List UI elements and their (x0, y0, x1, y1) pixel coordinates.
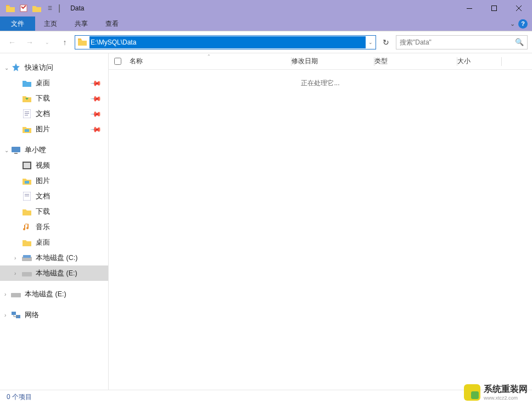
svg-rect-11 (24, 163, 30, 168)
video-icon (22, 161, 32, 170)
ribbon-collapse-icon[interactable]: ⌄ (510, 20, 515, 27)
chevron-right-icon[interactable]: › (14, 255, 20, 261)
svg-rect-15 (25, 196, 29, 196)
column-type[interactable]: 类型 (374, 57, 457, 66)
sidebar-item-label: 文档 (36, 192, 50, 201)
recent-dropdown-icon[interactable]: ⌄ (40, 35, 55, 50)
search-input[interactable] (400, 38, 515, 46)
folder-icon (22, 237, 32, 247)
forward-button[interactable]: → (22, 35, 37, 50)
svg-rect-1 (467, 8, 472, 9)
pin-icon: 📌 (90, 77, 102, 89)
star-icon (11, 63, 21, 73)
search-box[interactable]: 🔍 (396, 35, 528, 49)
folder-icon (22, 93, 32, 103)
refresh-button[interactable]: ↻ (378, 35, 394, 49)
sidebar-pictures[interactable]: 图片 📌 (0, 121, 108, 137)
status-item-count: 0 个项目 (7, 392, 32, 402)
column-size[interactable]: 大小 (457, 57, 501, 66)
watermark-title: 系统重装网 (484, 384, 528, 395)
music-icon (22, 222, 32, 232)
sidebar-item-label: 本地磁盘 (E:) (25, 290, 66, 299)
sidebar-item-label: 本地磁盘 (C:) (36, 253, 77, 263)
column-headers: ⌃ 名称 修改日期 类型 大小 (109, 53, 532, 70)
document-icon (22, 109, 32, 119)
chevron-right-icon[interactable]: › (4, 312, 10, 318)
sidebar-music[interactable]: 音乐 (0, 219, 108, 235)
computer-icon (11, 145, 21, 155)
tab-view[interactable]: 查看 (97, 16, 127, 31)
back-button[interactable]: ← (4, 35, 20, 50)
sidebar-disk-e-root[interactable]: › 本地磁盘 (E:) (0, 286, 108, 302)
svg-rect-18 (22, 272, 32, 276)
sidebar-videos[interactable]: 视频 (0, 158, 108, 173)
sidebar-user[interactable]: ⌄ 单小嘡 (0, 142, 108, 158)
svg-rect-4 (25, 112, 29, 112)
sidebar-item-label: 桌面 (36, 79, 50, 88)
properties-icon[interactable] (18, 2, 30, 14)
tab-share[interactable]: 共享 (66, 16, 97, 31)
titlebar: ☰ | Data (0, 0, 532, 16)
sidebar-item-label: 本地磁盘 (E:) (36, 269, 77, 278)
address-dropdown-icon[interactable]: ⌄ (366, 40, 376, 45)
sidebar-item-label: 文档 (36, 109, 50, 119)
new-folder-icon[interactable] (31, 2, 43, 14)
folder-icon (22, 207, 32, 217)
sidebar-documents-2[interactable]: 文档 (0, 189, 108, 204)
qat-dropdown-icon[interactable]: ☰ (44, 2, 56, 14)
sidebar-item-label: 视频 (36, 161, 50, 170)
folder-icon (22, 78, 32, 88)
sidebar-downloads[interactable]: 下载 📌 (0, 91, 108, 106)
processing-label: 正在处理它... (301, 79, 339, 87)
watermark-url: www.xtcz2.com (484, 395, 528, 401)
svg-rect-7 (25, 129, 29, 132)
address-folder-icon (77, 37, 88, 48)
status-bar: 0 个项目 (0, 390, 532, 404)
help-icon[interactable]: ? (518, 19, 528, 29)
sidebar-network[interactable]: › 网络 (0, 307, 108, 323)
folder-icon (22, 124, 32, 134)
address-bar[interactable]: ⌄ (75, 35, 376, 49)
svg-rect-19 (11, 293, 21, 297)
sidebar-item-label: 图片 (36, 176, 50, 186)
svg-rect-5 (25, 113, 29, 114)
sidebar-downloads-2[interactable]: 下载 (0, 204, 108, 219)
column-name[interactable]: ⌃ 名称 (126, 57, 291, 66)
chevron-down-icon[interactable]: ⌄ (4, 65, 10, 71)
svg-rect-17 (23, 255, 31, 258)
sidebar-item-label: 图片 (36, 125, 50, 134)
search-icon[interactable]: 🔍 (515, 38, 524, 46)
tab-home[interactable]: 主页 (35, 16, 66, 31)
sidebar-item-label: 单小嘡 (25, 146, 46, 155)
minimize-button[interactable] (457, 0, 481, 16)
column-date[interactable]: 修改日期 (292, 57, 374, 66)
svg-rect-12 (25, 181, 29, 184)
sidebar-quick-access[interactable]: ⌄ 快速访问 (0, 60, 108, 75)
maximize-button[interactable] (481, 0, 506, 16)
sidebar-desktop-2[interactable]: 桌面 (0, 235, 108, 250)
sidebar-desktop[interactable]: 桌面 📌 (0, 75, 108, 91)
tab-file[interactable]: 文件 (0, 16, 35, 31)
network-icon (11, 310, 21, 320)
document-icon (22, 191, 32, 201)
pin-icon: 📌 (90, 92, 102, 104)
chevron-right-icon[interactable]: › (14, 270, 20, 276)
content-area: ⌃ 名称 修改日期 类型 大小 正在处理它... (109, 53, 532, 390)
sidebar-disk-e[interactable]: › 本地磁盘 (E:) (0, 265, 108, 281)
up-button[interactable]: ↑ (57, 35, 72, 50)
select-all-checkbox[interactable] (109, 58, 126, 65)
sidebar-item-label: 网络 (25, 311, 39, 320)
svg-rect-2 (491, 6, 496, 11)
address-input[interactable] (89, 36, 366, 48)
sidebar-documents[interactable]: 文档 📌 (0, 106, 108, 121)
chevron-right-icon[interactable]: › (4, 291, 10, 297)
sidebar-pictures-2[interactable]: 图片 (0, 173, 108, 189)
watermark-logo-icon (464, 384, 480, 401)
sidebar-item-label: 快速访问 (25, 63, 53, 73)
chevron-down-icon[interactable]: ⌄ (4, 147, 10, 153)
sidebar-disk-c[interactable]: › 本地磁盘 (C:) (0, 250, 108, 265)
file-list: 正在处理它... (109, 70, 532, 390)
sidebar-item-label: 下载 (36, 94, 50, 103)
close-button[interactable] (506, 0, 531, 16)
sidebar-item-label: 下载 (36, 207, 50, 217)
